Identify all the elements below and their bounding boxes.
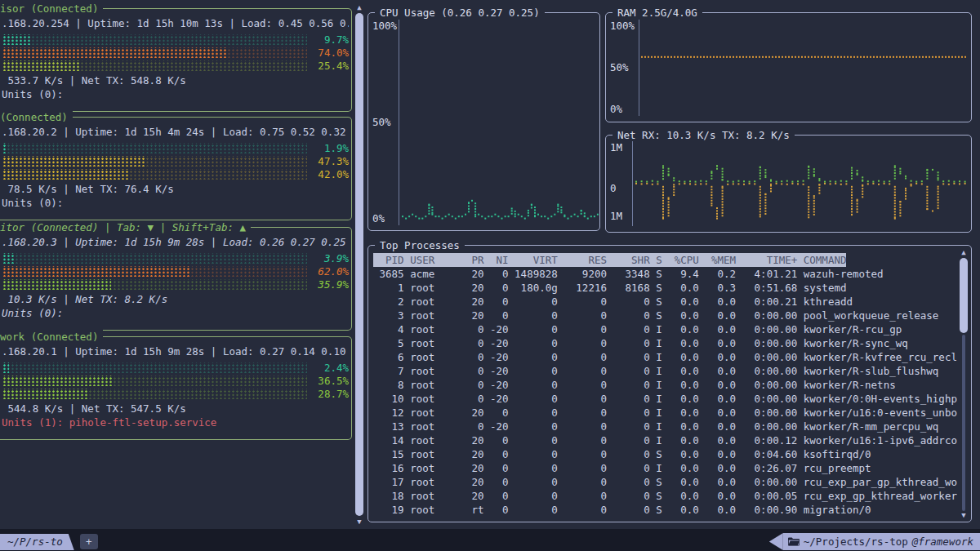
meter-percent: 62.0%: [311, 266, 349, 277]
main-scrollbar[interactable]: ▲ ▼: [354, 3, 365, 526]
host-info: .168.20.254 | Uptime: 1d 15h 10m 13s | L…: [2, 16, 349, 30]
host-units: Units (0):: [2, 306, 349, 320]
process-row[interactable]: 8 root 0 -20 0 0 0 I 0.0 0.0 0:00.00 kwo…: [373, 378, 957, 392]
meter-track: [2, 375, 307, 386]
ram-panel-title: RAM 2.5G/4.0G: [612, 6, 702, 20]
meter-track: [2, 169, 307, 180]
meter-percent: 74.0%: [311, 47, 349, 58]
cpu-chart: [399, 20, 599, 225]
process-row[interactable]: 3 root 20 0 0 0 0 S 0.0 0.0 0:00.00 pool…: [373, 309, 957, 322]
host-panel[interactable]: isor (Connected) .168.20.254 | Uptime: 1…: [0, 8, 352, 112]
host-meters: 9.7% 74.0% 25.4%: [2, 30, 349, 73]
ram-y-50: 50%: [610, 60, 629, 74]
net-chart: [632, 141, 969, 226]
session-host: @framework: [912, 533, 973, 550]
net-y-bottom: 1M: [610, 209, 622, 223]
meter-track: [2, 266, 307, 277]
process-row[interactable]: 6 root 0 -20 0 0 0 I 0.0 0.0 0:00.00 kwo…: [373, 350, 957, 364]
process-row[interactable]: 2 root 20 0 0 0 0 S 0.0 0.0 0:00.21 kthr…: [373, 295, 957, 309]
cpu-panel-title: CPU Usage (0.26 0.27 0.25): [375, 6, 545, 20]
process-scrollbar-thumb[interactable]: [960, 258, 968, 333]
powerline-arrow-icon: [769, 533, 783, 550]
meter-fill: [2, 362, 9, 373]
usage-meter: 9.7%: [2, 33, 349, 46]
host-panel-title: isor (Connected): [0, 2, 103, 16]
process-row[interactable]: 17 root 20 0 0 0 0 S 0.0 0.0 0:00.00 rcu…: [373, 475, 957, 489]
meter-percent: 1.9%: [311, 143, 349, 153]
top-processes-panel: Top Processes PID USER PR NI VIRT RES SH…: [368, 245, 972, 522]
process-row[interactable]: 15 root 20 0 0 0 0 S 0.0 0.0 0:04.60 kso…: [373, 447, 957, 461]
meter-percent: 25.4%: [311, 60, 349, 71]
meter-fill: [2, 143, 7, 153]
meter-track: [2, 156, 307, 167]
net-y-zero: 0: [610, 181, 617, 195]
main-scrollbar-thumb[interactable]: [355, 13, 363, 516]
session-indicator: ~/Projects/rs-top@framework: [769, 533, 980, 551]
process-row[interactable]: 14 root 20 0 0 0 0 I 0.0 0.0 0:00.12 kwo…: [373, 433, 957, 447]
process-row[interactable]: 7 root 0 -20 0 0 0 I 0.0 0.0 0:00.00 kwo…: [373, 364, 957, 378]
meter-track: [2, 279, 307, 290]
meter-track: [2, 143, 307, 153]
meter-percent: 9.7%: [311, 34, 349, 45]
terminal-screen: isor (Connected) .168.20.254 | Uptime: 1…: [0, 0, 980, 551]
ram-y-0: 0%: [610, 102, 622, 116]
scroll-up-icon[interactable]: ▲: [357, 3, 361, 11]
meter-fill: [2, 375, 114, 386]
process-row[interactable]: 19 root rt 0 0 0 0 S 0.0 0.0 0:00.90 mig…: [373, 503, 957, 517]
scroll-down-icon[interactable]: ▼: [357, 518, 361, 526]
host-panel[interactable]: work (Connected) .168.20.1 | Uptime: 1d …: [0, 336, 352, 440]
process-scrollbar[interactable]: ▲ ▼: [959, 248, 969, 519]
net-y-top: 1M: [610, 140, 622, 154]
process-row[interactable]: 12 root 20 0 0 0 0 I 0.0 0.0 0:00.00 kwo…: [373, 406, 957, 420]
usage-meter: 3.9%: [2, 251, 349, 264]
meter-percent: 3.9%: [311, 253, 349, 264]
usage-meter: 28.7%: [2, 387, 349, 400]
process-row[interactable]: 13 root 0 -20 0 0 0 I 0.0 0.0 0:00.00 kw…: [373, 420, 957, 433]
meter-percent: 42.0%: [311, 169, 349, 180]
process-rows: 3685 acme 20 0 1489828 9200 3348 S 9.4 0…: [373, 267, 957, 517]
host-net-stats: 78.5 K/s | Net TX: 76.4 K/s: [2, 182, 349, 196]
usage-meter: 1.9%: [2, 141, 349, 154]
process-table-header[interactable]: PID USER PR NI VIRT RES SHR S %CPU %MEM …: [373, 253, 957, 267]
meter-fill: [2, 156, 146, 167]
meter-track: [2, 34, 307, 45]
meter-track: [2, 60, 307, 71]
host-panel-title: (Connected): [0, 110, 73, 124]
host-info: .168.20.3 | Uptime: 1d 15h 9m 28s | Load…: [2, 235, 349, 249]
meter-fill: [2, 389, 89, 399]
meter-track: [2, 253, 307, 264]
process-scroll-down-icon[interactable]: ▼: [961, 511, 965, 519]
usage-meter: 2.4%: [2, 361, 349, 374]
process-row[interactable]: 10 root 0 -20 0 0 0 I 0.0 0.0 0:00.00 kw…: [373, 392, 957, 406]
host-units: Units (0):: [2, 87, 349, 101]
process-scrollbar-track[interactable]: [962, 335, 965, 511]
host-meters: 3.9% 62.0% 35.9%: [2, 249, 349, 292]
tab-bar: ~/P/rs-to + ~/Projects/rs-top@framework: [0, 529, 980, 551]
net-chart-dots: [633, 141, 969, 226]
cpu-y-50: 50%: [372, 115, 391, 129]
meter-percent: 35.9%: [311, 279, 349, 290]
process-row[interactable]: 3685 acme 20 0 1489828 9200 3348 S 9.4 0…: [373, 267, 957, 281]
process-scroll-up-icon[interactable]: ▲: [961, 248, 965, 256]
process-row[interactable]: 18 root 20 0 0 0 0 S 0.0 0.0 0:00.05 rcu…: [373, 489, 957, 503]
meter-fill: [2, 266, 191, 277]
tab-active[interactable]: ~/P/rs-to: [0, 534, 74, 550]
meter-track: [2, 47, 307, 58]
new-tab-button[interactable]: +: [80, 534, 98, 549]
cpu-chart-dots: [399, 20, 599, 225]
process-row[interactable]: 4 root 0 -20 0 0 0 I 0.0 0.0 0:00.00 kwo…: [373, 322, 957, 336]
meter-track: [2, 389, 307, 399]
usage-meter: 47.3%: [2, 154, 349, 167]
host-net-stats: 10.3 K/s | Net TX: 8.2 K/s: [2, 292, 349, 306]
host-panel[interactable]: itor (Connected) | Tab: ▼ | Shift+Tab: ▲…: [0, 227, 352, 331]
process-row[interactable]: 1 root 20 0 180.0g 12216 8168 S 0.0 0.3 …: [373, 281, 957, 295]
usage-meter: 35.9%: [2, 278, 349, 291]
host-panel[interactable]: (Connected) .168.20.2 | Uptime: 1d 15h 4…: [0, 117, 352, 220]
meter-percent: 36.5%: [311, 375, 349, 386]
usage-meter: 36.5%: [2, 374, 349, 387]
meter-track: [2, 362, 307, 373]
host-net-stats: 544.8 K/s | Net TX: 547.5 K/s: [2, 402, 349, 415]
meter-fill: [2, 34, 31, 45]
process-row[interactable]: 5 root 0 -20 0 0 0 I 0.0 0.0 0:00.00 kwo…: [373, 336, 957, 350]
process-row[interactable]: 16 root 20 0 0 0 0 I 0.0 0.0 0:26.07 rcu…: [373, 461, 957, 475]
